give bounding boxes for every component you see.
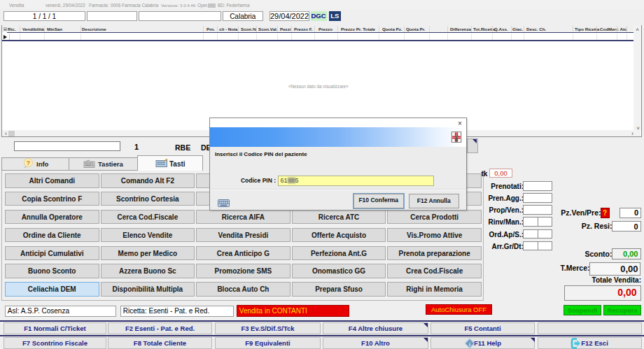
svg-text:?: ? <box>27 159 31 166</box>
